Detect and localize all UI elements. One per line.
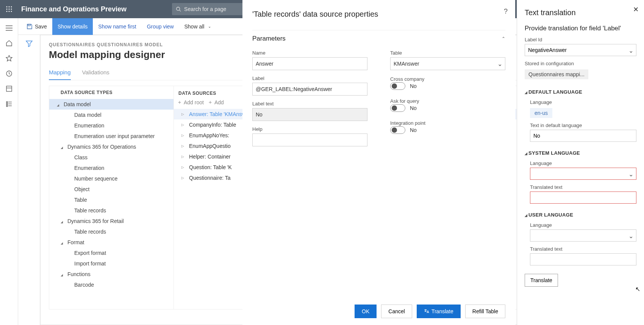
hamburger-icon[interactable] [5,24,13,32]
tree-header: DATA SOURCE TYPES [49,86,174,99]
section-user-language[interactable]: USER LANGUAGE [525,212,636,218]
left-rail [0,18,18,325]
svg-point-1 [9,6,10,8]
svg-point-0 [6,6,8,8]
tree-number-sequence[interactable]: Number sequence [49,173,174,184]
labeltext-input [252,108,367,121]
svg-rect-18 [6,104,8,105]
show-all-button[interactable]: Show all⌄ [179,18,217,35]
svg-point-9 [177,7,180,11]
tab-validations[interactable]: Validations [82,67,109,80]
askforquery-toggle[interactable] [390,104,405,112]
parameters-section[interactable]: Parameters ⌃ [252,30,505,46]
section-system-language[interactable]: SYSTEM LANGUAGE [525,150,636,156]
translation-subtitle: Provide translation for field 'Label' [525,25,636,32]
cursor-icon: ↖ [635,286,640,293]
svg-rect-15 [6,86,12,91]
text-default-input[interactable] [530,130,636,142]
group-view-button[interactable]: Group view [142,18,179,35]
integration-toggle[interactable] [390,126,405,134]
workspace-icon[interactable] [5,85,13,93]
name-input[interactable] [252,57,367,70]
save-icon [27,24,33,30]
filter-gutter [18,35,40,325]
tree-format[interactable]: Format [49,237,174,248]
stored-label: Stored in configuration [525,61,636,66]
labelid-label: Label Id [525,37,636,42]
tree-object[interactable]: Object [49,184,174,195]
refill-table-button[interactable]: Refill Table [465,305,505,318]
show-details-button[interactable]: Show details [52,18,93,35]
user-translated-input[interactable] [530,253,636,265]
tree-table-records[interactable]: Table records [49,205,174,216]
askforquery-value: No [410,105,417,111]
ok-button[interactable]: OK [355,305,377,318]
crosscompany-toggle[interactable] [390,82,405,90]
crosscompany-value: No [410,83,417,89]
default-language-value: en-us [530,108,552,118]
cancel-button[interactable]: Cancel [381,305,412,318]
star-icon[interactable] [5,55,13,62]
add-root-button[interactable]: ＋Add root [177,99,204,106]
svg-point-7 [9,11,10,12]
svg-line-10 [180,10,181,12]
svg-point-4 [9,9,10,10]
svg-point-5 [11,9,12,10]
filter-icon[interactable] [26,40,33,325]
help-icon[interactable]: ? [504,8,508,16]
stored-value: Questionnaires mappi... [525,69,588,79]
tree-enum-input[interactable]: Enumeration user input parameter [49,131,174,141]
svg-point-2 [11,6,12,8]
tree-d365ops[interactable]: Dynamics 365 for Operations [49,141,174,152]
add-button[interactable]: ＋Add [208,99,224,106]
section-default-language[interactable]: DEFAULT LANGUAGE [525,89,636,95]
labelid-select[interactable] [525,44,636,56]
svg-rect-17 [6,102,8,103]
table-label: Table [390,50,505,56]
user-language-select[interactable] [530,229,636,242]
tree-class[interactable]: Class [49,152,174,163]
show-name-first-button[interactable]: Show name first [93,18,141,35]
crosscompany-label: Cross company [390,76,424,82]
tree-import-format[interactable]: Import format [49,258,174,269]
app-launcher-icon[interactable] [0,6,18,12]
tree-export-format[interactable]: Export format [49,248,174,258]
tab-mapping[interactable]: Mapping [49,67,71,80]
text-default-label: Text in default language [530,122,636,128]
svg-point-8 [11,11,12,12]
svg-rect-19 [6,105,8,107]
tree-table-records-retail[interactable]: Table records [49,226,174,237]
user-translated-label: Translated text [530,246,636,252]
tree-data-model-child[interactable]: Data model [49,110,174,120]
close-icon[interactable]: ✕ [633,5,639,14]
tree-enumeration[interactable]: Enumeration [49,120,174,131]
modules-icon[interactable] [5,100,13,108]
home-icon[interactable] [5,39,13,47]
help-input[interactable] [252,133,367,146]
system-translated-input[interactable] [530,192,636,204]
translation-title: Text translation [525,8,636,17]
tree-d365retail[interactable]: Dynamics 365 for Retail [49,216,174,226]
tree-barcode[interactable]: Barcode [49,279,174,290]
translate-action-button[interactable]: Translate [525,274,558,287]
svg-point-6 [6,11,8,12]
system-language-select[interactable] [530,168,636,180]
label-input[interactable] [252,83,367,96]
search-placeholder: Search for a page [184,6,226,12]
tree-data-model[interactable]: Data model [49,99,174,110]
tree-enumeration2[interactable]: Enumeration [49,163,174,173]
default-language-label: Language [530,99,636,105]
properties-title: 'Table records' data source properties [252,10,505,19]
svg-point-3 [6,9,8,10]
integration-value: No [410,127,417,133]
recent-icon[interactable] [5,70,13,77]
tree-functions[interactable]: Functions [49,269,174,279]
save-button[interactable]: Save [21,18,52,35]
svg-rect-23 [28,24,30,26]
translate-button[interactable]: Translate [417,305,461,318]
table-select[interactable] [390,57,505,70]
tree-table[interactable]: Table [49,195,174,205]
user-language-label: Language [530,222,636,228]
system-translated-label: Translated text [530,184,636,190]
translate-icon [424,309,429,314]
